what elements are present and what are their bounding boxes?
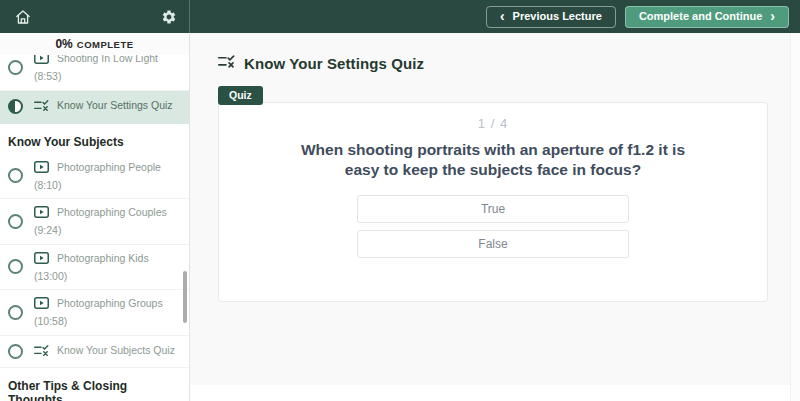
progress-circle-icon (8, 259, 23, 274)
sidebar-item-label: Know Your Settings Quiz (57, 99, 173, 111)
course-progress: 0% COMPLETE (0, 33, 189, 55)
answer-options: True False (219, 195, 767, 258)
sidebar-item-label: Photographing Kids (13:00) (34, 252, 149, 282)
video-icon (34, 206, 49, 222)
page-title: Know Your Settings Quiz (244, 55, 424, 72)
section-title-know-your-subjects: Know Your Subjects (0, 124, 189, 154)
previous-lecture-label: Previous Lecture (513, 11, 602, 22)
sidebar-item-photographing-people[interactable]: Photographing People (8:10) (0, 154, 189, 200)
lecture-list: Shooting In Low Light (8:53) Know Your S… (0, 55, 189, 401)
topbar-actions: ‹ Previous Lecture Complete and Continue… (190, 0, 800, 33)
progress-circle-icon (8, 305, 23, 320)
sidebar-item-label: Photographing Groups (10:58) (34, 297, 163, 327)
quiz-badge: Quiz (218, 86, 263, 105)
main-scrollbar[interactable] (790, 33, 800, 401)
complete-and-continue-label: Complete and Continue (639, 11, 762, 22)
topbar: ‹ Previous Lecture Complete and Continue… (0, 0, 800, 33)
sidebar-item-know-your-settings-quiz[interactable]: Know Your Settings Quiz (0, 91, 189, 124)
chevron-left-icon: ‹ (500, 9, 505, 23)
question-text: When shooting portraits with an aperture… (288, 140, 698, 181)
previous-lecture-button[interactable]: ‹ Previous Lecture (486, 6, 616, 28)
video-icon (34, 252, 49, 268)
question-progress: 1 / 4 (219, 116, 767, 131)
topbar-sidebar-section (0, 0, 190, 33)
sidebar-scrollbar-thumb[interactable] (183, 271, 187, 323)
sidebar-item-label: Shooting In Low Light (8:53) (34, 55, 158, 82)
sidebar-item-know-your-subjects-quiz[interactable]: Know Your Subjects Quiz (0, 336, 189, 368)
video-icon (34, 297, 49, 313)
progress-circle-icon (8, 214, 23, 229)
sidebar-item-shooting-low-light[interactable]: Shooting In Low Light (8:53) (0, 55, 189, 91)
progress-percentage: 0% (55, 37, 72, 51)
quiz-icon (34, 344, 49, 360)
half-progress-circle-icon (8, 99, 23, 114)
progress-caption: COMPLETE (77, 39, 134, 50)
quiz-icon (34, 99, 49, 115)
progress-circle-icon (8, 344, 23, 359)
progress-circle-icon (8, 168, 23, 183)
quiz-icon (218, 54, 235, 72)
quiz-card: 1 / 4 When shooting portraits with an ap… (218, 102, 768, 302)
chevron-right-icon: › (770, 9, 775, 23)
lecture-header: Know Your Settings Quiz (218, 54, 800, 72)
sidebar-item-photographing-couples[interactable]: Photographing Couples (9:24) (0, 199, 189, 245)
sidebar-item-label: Photographing Couples (9:24) (34, 206, 167, 236)
section-title-other-tips: Other Tips & Closing Thoughts (0, 368, 189, 401)
video-icon (34, 55, 49, 68)
video-icon (34, 161, 49, 177)
gear-icon[interactable] (161, 9, 177, 25)
sidebar-item-photographing-kids[interactable]: Photographing Kids (13:00) (0, 245, 189, 291)
sidebar-item-photographing-groups[interactable]: Photographing Groups (10:58) (0, 290, 189, 336)
sidebar-item-label: Photographing People (8:10) (34, 161, 161, 191)
sidebar-item-label: Know Your Subjects Quiz (57, 344, 175, 356)
lecture-content: Know Your Settings Quiz Quiz 1 / 4 When … (190, 33, 800, 401)
complete-and-continue-button[interactable]: Complete and Continue › (625, 6, 789, 28)
answer-true-button[interactable]: True (357, 195, 629, 223)
curriculum-sidebar: 0% COMPLETE Shooting In Low Light (8:53)… (0, 33, 190, 401)
answer-false-button[interactable]: False (357, 230, 629, 258)
progress-circle-icon (8, 60, 23, 75)
content-bottom-strip (190, 385, 800, 401)
home-icon[interactable] (15, 9, 31, 25)
